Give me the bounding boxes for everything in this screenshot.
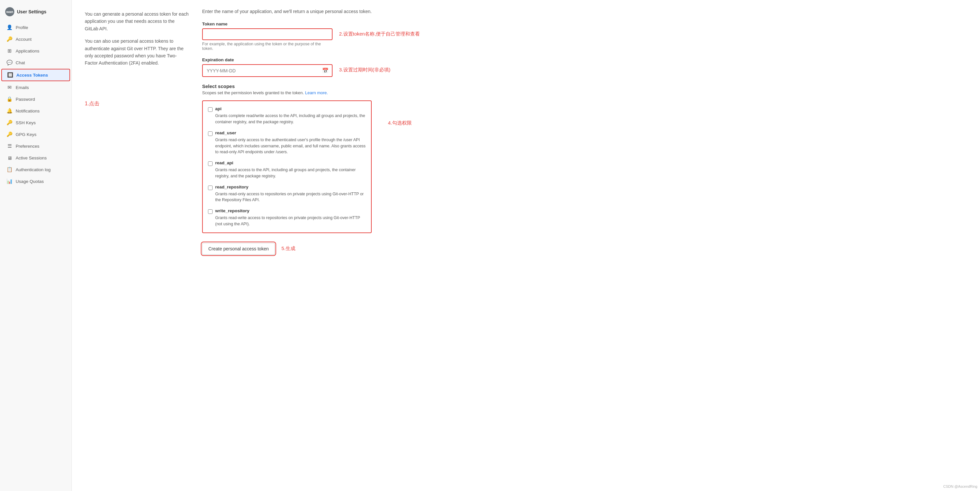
- scope-item-write-repository: write_repository Grants read-write acces…: [208, 208, 366, 227]
- ssh-icon: 🔑: [6, 120, 13, 126]
- avatar: wan: [5, 7, 14, 16]
- scope-read-repo-label-row: read_repository: [208, 184, 366, 190]
- scope-api-checkbox[interactable]: [208, 107, 213, 112]
- watermark: CSDN @AscendRing: [943, 485, 977, 488]
- sidebar-item-usage-quotas[interactable]: 📊 Usage Quotas: [1, 176, 70, 187]
- scope-item-api: api Grants complete read/write access to…: [208, 106, 366, 125]
- scope-item-read-user: read_user Grants read-only access to the…: [208, 130, 366, 155]
- sidebar-label-gpg-keys: GPG Keys: [16, 132, 37, 137]
- scope-api-desc: Grants complete read/write access to the…: [215, 113, 366, 125]
- sidebar-item-ssh-keys[interactable]: 🔑 SSH Keys: [1, 117, 70, 128]
- scopes-section: Select scopes Scopes set the permission …: [202, 83, 967, 236]
- sidebar-item-applications[interactable]: ⊞ Applications: [1, 45, 70, 56]
- scope-item-read-api: read_api Grants read access to the API, …: [208, 160, 366, 179]
- top-description: Enter the name of your application, and …: [202, 8, 967, 15]
- learn-more-link[interactable]: Learn more.: [305, 90, 328, 95]
- sidebar-item-access-tokens[interactable]: 🔲 Access Tokens: [1, 69, 70, 81]
- scopes-title: Select scopes: [202, 83, 967, 89]
- sidebar-item-active-sessions[interactable]: 🖥 Active Sessions: [1, 152, 70, 163]
- scope-read-api-desc: Grants read access to the API, including…: [215, 167, 366, 179]
- scope-read-user-checkbox[interactable]: [208, 131, 213, 136]
- sidebar-item-gpg-keys[interactable]: 🔑 GPG Keys: [1, 129, 70, 140]
- scopes-subtitle-text: Scopes set the permission levels granted…: [202, 90, 304, 95]
- left-panel: You can generate a personal access token…: [85, 8, 189, 483]
- sidebar-title: User Settings: [17, 9, 46, 14]
- scope-write-repo-label-row: write_repository: [208, 208, 366, 214]
- date-input-wrap: 📅: [202, 64, 332, 77]
- chat-icon: 💬: [6, 60, 13, 65]
- applications-icon: ⊞: [6, 48, 13, 54]
- scope-write-repo-name: write_repository: [215, 208, 250, 213]
- token-name-input[interactable]: [202, 29, 332, 40]
- sidebar-label-chat: Chat: [16, 60, 25, 65]
- sidebar-label-profile: Profile: [16, 25, 28, 30]
- sidebar-item-preferences[interactable]: ☰ Preferences: [1, 140, 70, 152]
- account-icon: 🔑: [6, 36, 13, 42]
- main-content: You can generate a personal access token…: [72, 0, 980, 491]
- scopes-row: api Grants complete read/write access to…: [202, 100, 967, 236]
- left-para2: You can also use personal access tokens …: [85, 38, 189, 67]
- sidebar-item-notifications[interactable]: 🔔 Notifications: [1, 105, 70, 116]
- sidebar-item-emails[interactable]: ✉ Emails: [1, 82, 70, 93]
- expiration-row: 📅 3.设置过期时间(非必填): [202, 64, 967, 77]
- step1-annotation: 1.点击: [85, 99, 189, 108]
- create-token-button[interactable]: Create personal access token: [202, 243, 275, 255]
- token-name-input-wrap: For example, the application using the t…: [202, 29, 332, 51]
- scope-item-read-repository: read_repository Grants read-only access …: [208, 184, 366, 203]
- left-para1: You can generate a personal access token…: [85, 10, 189, 32]
- sidebar-item-auth-log[interactable]: 📋 Authentication log: [1, 164, 70, 175]
- sidebar-label-active-sessions: Active Sessions: [16, 156, 47, 160]
- gpg-icon: 🔑: [6, 131, 13, 137]
- token-name-hint: For example, the application using the t…: [202, 42, 332, 51]
- sidebar-label-applications: Applications: [16, 49, 40, 54]
- sidebar-label-password: Password: [16, 97, 35, 102]
- sidebar: wan User Settings 👤 Profile 🔑 Account ⊞ …: [0, 0, 72, 491]
- sidebar-item-profile[interactable]: 👤 Profile: [1, 22, 70, 33]
- scopes-subtitle: Scopes set the permission levels granted…: [202, 90, 967, 95]
- scope-read-api-name: read_api: [215, 160, 234, 165]
- sidebar-label-account: Account: [16, 37, 32, 42]
- scope-api-label-row: api: [208, 106, 366, 112]
- scope-write-repo-desc: Grants read-write access to repositories…: [215, 215, 366, 227]
- scope-read-repo-name: read_repository: [215, 184, 248, 189]
- sidebar-header: wan User Settings: [0, 4, 72, 22]
- token-name-label: Token name: [202, 22, 967, 26]
- calendar-icon[interactable]: 📅: [319, 65, 332, 76]
- sidebar-label-ssh-keys: SSH Keys: [16, 120, 36, 125]
- sidebar-item-account[interactable]: 🔑 Account: [1, 33, 70, 44]
- sidebar-label-access-tokens: Access Tokens: [16, 73, 48, 78]
- scope-write-repo-checkbox[interactable]: [208, 209, 213, 214]
- scopes-box: api Grants complete read/write access to…: [202, 100, 372, 233]
- scope-read-repo-desc: Grants read-only access to repositories …: [215, 191, 366, 203]
- preferences-icon: ☰: [6, 143, 13, 149]
- expiration-label: Expiration date: [202, 57, 967, 62]
- sidebar-label-notifications: Notifications: [16, 108, 40, 113]
- step3-annotation: 3.设置过期时间(非必填): [339, 67, 391, 73]
- sidebar-item-password[interactable]: 🔒 Password: [1, 94, 70, 105]
- notifications-icon: 🔔: [6, 108, 13, 114]
- scope-read-user-desc: Grants read-only access to the authentic…: [215, 137, 366, 155]
- scope-read-api-label-row: read_api: [208, 160, 366, 166]
- scope-api-name: api: [215, 106, 222, 111]
- step5-annotation: 5.生成: [282, 246, 295, 252]
- create-button-wrap: Create personal access token 5.生成: [202, 243, 967, 255]
- sidebar-label-auth-log: Authentication log: [16, 167, 51, 172]
- scope-read-api-checkbox[interactable]: [208, 161, 213, 166]
- expiration-group: Expiration date 📅 3.设置过期时间(非必填): [202, 57, 967, 77]
- token-name-row: For example, the application using the t…: [202, 29, 967, 51]
- active-sessions-icon: 🖥: [6, 155, 13, 161]
- password-icon: 🔒: [6, 96, 13, 102]
- scope-read-user-name: read_user: [215, 130, 236, 135]
- step2-annotation: 2.设置token名称,便于自己管理和查看: [339, 31, 420, 37]
- right-panel: Enter the name of your application, and …: [202, 8, 967, 483]
- token-name-group: Token name For example, the application …: [202, 22, 967, 51]
- sidebar-label-usage-quotas: Usage Quotas: [16, 179, 44, 184]
- scope-read-user-label-row: read_user: [208, 130, 366, 136]
- sidebar-item-chat[interactable]: 💬 Chat: [1, 57, 70, 68]
- scope-read-repo-checkbox[interactable]: [208, 186, 213, 190]
- profile-icon: 👤: [6, 24, 13, 30]
- expiration-input[interactable]: [203, 65, 319, 76]
- sidebar-label-emails: Emails: [16, 85, 29, 90]
- access-tokens-icon: 🔲: [7, 72, 13, 78]
- usage-quotas-icon: 📊: [6, 178, 13, 184]
